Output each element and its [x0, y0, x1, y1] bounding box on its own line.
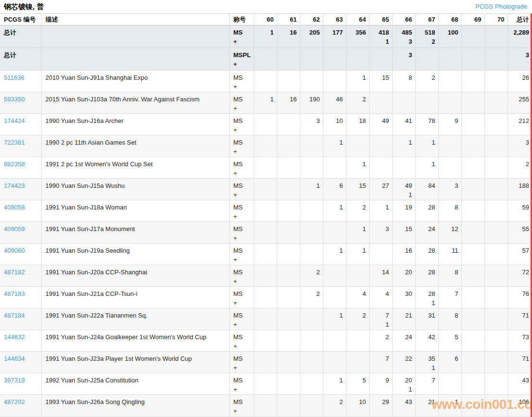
grade-count: 3	[370, 224, 389, 233]
grade-65-cell	[369, 135, 392, 157]
designation-plus: +	[234, 147, 254, 156]
col-header-pcgs-number: PCGS 编号	[0, 14, 41, 25]
grade-70-cell	[484, 265, 507, 287]
pcgs-number-link[interactable]: 409058	[4, 204, 25, 211]
designation-cell: MS+	[229, 352, 254, 373]
total-count: 188	[508, 181, 530, 190]
grade-68-cell: 6	[438, 352, 461, 373]
designation-plus: +	[234, 342, 254, 351]
grade-count: 356	[346, 28, 366, 37]
pcgs-number-link[interactable]: 487202	[4, 398, 25, 405]
coin-description: 1990 Yuan Sun-J16a Archer	[46, 117, 124, 124]
grade-63-cell: 1	[323, 200, 346, 222]
pcgs-number-link[interactable]: 511636	[4, 74, 24, 81]
grade-66-cell: 21	[392, 308, 415, 330]
table-row: 3973191992 Yuan Sun-J25a ConstitutionMS+…	[0, 373, 532, 395]
pcgs-number-link[interactable]: 882358	[4, 160, 25, 168]
grade-64-cell: 18	[346, 114, 369, 135]
grade-65-cell: 3	[369, 222, 392, 244]
grade-count: 16	[277, 28, 297, 37]
grade-66-cell: 1	[392, 135, 415, 157]
grade-61-cell	[277, 200, 300, 222]
grade-60-cell	[254, 244, 277, 265]
designation-name: MS	[234, 28, 254, 37]
grade-count: 5	[439, 332, 458, 342]
pcgs-number-link[interactable]: 144632	[4, 333, 25, 341]
pcgs-number-link[interactable]: 174423	[4, 182, 25, 189]
grade-count: 9	[439, 116, 458, 125]
total-cell: 55	[507, 222, 532, 244]
grade-62-cell: 3	[300, 114, 323, 135]
grade-64-cell	[346, 48, 369, 71]
grade-63-cell	[323, 157, 346, 179]
total-cell: 255	[507, 92, 532, 114]
grade-count: 1	[323, 311, 343, 320]
grade-62-cell	[300, 157, 323, 179]
grade-68-cell: 8	[438, 265, 461, 287]
pcgs-number-link[interactable]: 487184	[4, 312, 25, 319]
grade-63-cell: 1	[323, 308, 346, 330]
grade-count: 7	[370, 354, 389, 363]
grade-count: 10	[346, 397, 366, 406]
table-row: 7223811990 2 pc 11th Asian Games SetMS+1…	[0, 135, 532, 157]
summary-label: 总计	[4, 29, 16, 36]
grade-62-cell	[300, 71, 323, 92]
pcgs-number-link[interactable]: 487182	[4, 269, 25, 276]
grade-67-cell: 2	[415, 71, 438, 92]
description-cell: 1990 2 pc 11th Asian Games Set	[41, 135, 229, 157]
grade-count: 7	[416, 376, 435, 385]
grade-70-cell	[484, 287, 507, 308]
pcgs-number-link[interactable]: 409060	[4, 247, 25, 254]
grade-count: 78	[416, 116, 435, 125]
grade-66-cell	[392, 92, 415, 114]
pcgs-number-link[interactable]: 409059	[4, 225, 25, 233]
pcgs-number-link[interactable]: 722381	[4, 139, 25, 146]
description-cell: 1991 Yuan Sun-J21a CCP-Tsun-i	[41, 287, 229, 308]
pcgs-number-link[interactable]: 593350	[4, 96, 25, 103]
designation-plus: +	[234, 37, 254, 46]
grade-count: 46	[323, 95, 343, 104]
designation-name: MS	[234, 268, 254, 277]
grade-68-cell: 12	[438, 222, 461, 244]
total-count: 212	[508, 116, 530, 125]
grade-60-cell: 1	[254, 25, 277, 48]
grade-count: 21	[393, 311, 412, 320]
grade-69-cell	[461, 308, 484, 330]
pcgs-photograde-link[interactable]: PCGS Photograde	[475, 3, 527, 10]
total-count: 71	[508, 311, 530, 320]
grade-plus-count: 1	[393, 190, 412, 199]
description-cell: 1992 Yuan Sun-J25a Constitution	[41, 373, 229, 395]
grade-count: 7	[370, 311, 389, 320]
grade-69-cell	[461, 287, 484, 308]
grade-64-cell: 10	[346, 395, 369, 417]
grade-63-cell: 46	[323, 92, 346, 114]
grade-count: 8	[439, 203, 458, 212]
pcgs-number-cell: 144632	[0, 330, 41, 352]
grade-count: 42	[416, 332, 435, 342]
grade-63-cell	[323, 287, 346, 308]
grade-62-cell: 2	[300, 287, 323, 308]
grade-70-cell	[484, 373, 507, 395]
grade-count: 8	[439, 268, 458, 277]
grade-64-cell: 2	[346, 92, 369, 114]
description-cell: 1991 Yuan Sun-J18a Woman	[41, 200, 229, 222]
grade-count: 15	[346, 181, 366, 190]
grade-count: 14	[370, 268, 389, 277]
pcgs-number-cell: 409060	[0, 244, 41, 265]
grade-count: 1	[346, 159, 366, 169]
total-count: 2,289	[508, 28, 530, 37]
col-header-description: 描述	[41, 14, 229, 25]
grade-70-cell	[484, 135, 507, 157]
total-cell: 2	[507, 157, 532, 179]
pcgs-number-link[interactable]: 144634	[4, 355, 25, 362]
grade-60-cell	[254, 135, 277, 157]
pcgs-number-link[interactable]: 487183	[4, 290, 25, 297]
designation-name: MS	[234, 138, 254, 147]
designation-plus: +	[234, 298, 254, 307]
designation-cell: MS+	[229, 114, 254, 135]
grade-67-cell: 24	[415, 222, 438, 244]
total-cell: 106	[507, 395, 532, 417]
pcgs-number-link[interactable]: 397319	[4, 377, 25, 384]
grade-64-cell	[346, 265, 369, 287]
pcgs-number-link[interactable]: 174424	[4, 117, 25, 124]
